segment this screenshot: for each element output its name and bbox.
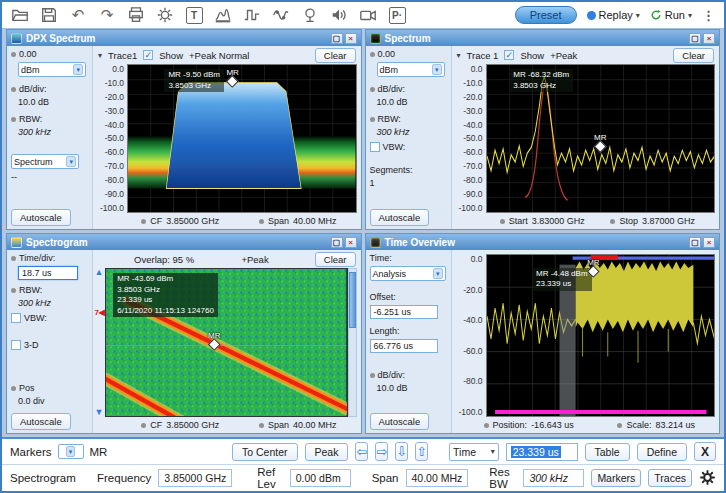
window-close-button[interactable]: × bbox=[345, 237, 357, 248]
marker-mr[interactable]: MR bbox=[594, 133, 606, 151]
waveform-icon[interactable] bbox=[271, 5, 291, 25]
cf-value[interactable]: 3.85000 GHz bbox=[166, 420, 219, 430]
preset-button[interactable]: Preset bbox=[515, 6, 577, 24]
spectrogram-history-scrollbar[interactable] bbox=[348, 268, 357, 417]
ref-level-value[interactable]: 0.00 bbox=[19, 49, 37, 59]
vbw-checkbox[interactable] bbox=[11, 313, 21, 323]
window-close-button[interactable]: × bbox=[345, 33, 357, 44]
chevron-down-icon[interactable]: ▾ bbox=[636, 11, 640, 20]
trigger-icon[interactable]: T bbox=[184, 5, 204, 25]
spectrum-plot[interactable]: MR -68.32 dBm3.8503 GHz MR bbox=[486, 64, 716, 213]
dpx-titlebar[interactable]: DPX Spectrum ▢× bbox=[7, 30, 361, 46]
markers-panel-button[interactable]: Markers bbox=[591, 469, 641, 487]
res-bw-input[interactable]: 300 kHz bbox=[523, 469, 584, 487]
pos-value[interactable]: 0.0 div bbox=[18, 396, 88, 406]
settings-gear-icon[interactable] bbox=[155, 5, 175, 25]
marker-table-button[interactable]: Table bbox=[585, 443, 630, 461]
save-icon[interactable] bbox=[39, 5, 59, 25]
audio-icon[interactable] bbox=[329, 5, 349, 25]
vbw-checkbox[interactable] bbox=[370, 142, 380, 152]
traces-panel-button[interactable]: Traces bbox=[648, 469, 692, 487]
clear-button[interactable]: Clear bbox=[315, 48, 356, 63]
peak-right-button[interactable]: ⇨ bbox=[375, 442, 388, 461]
chevron-down-icon[interactable]: ▾ bbox=[98, 51, 102, 60]
ref-level-value[interactable]: 0.00 bbox=[378, 49, 396, 59]
window-restore-button[interactable]: ▢ bbox=[331, 237, 343, 248]
peak-left-button[interactable]: ⇦ bbox=[355, 442, 368, 461]
frequency-input[interactable]: 3.85000 GHz bbox=[158, 469, 232, 487]
dpx-plot[interactable]: MR -9.50 dBm3.8503 GHz MR bbox=[127, 64, 357, 213]
settings-gear-icon[interactable] bbox=[699, 469, 716, 488]
trace-selector[interactable]: Trace 1 bbox=[467, 50, 499, 61]
time-overview-titlebar[interactable]: Time Overview ▢× bbox=[366, 234, 720, 250]
db-div-value[interactable]: 10.0 dB bbox=[377, 383, 447, 393]
run-control[interactable]: Run ▾ bbox=[650, 9, 692, 21]
replay-control[interactable]: Replay ▾ bbox=[587, 9, 640, 21]
stop-value[interactable]: 3.87000 GHz bbox=[642, 216, 695, 226]
spectrum-titlebar[interactable]: Spectrum ▢× bbox=[366, 30, 720, 46]
spectrogram-trace-scrollbar[interactable]: ▲ 7◀ ▼ bbox=[93, 268, 105, 417]
spectrogram-titlebar[interactable]: Spectrogram ▢× bbox=[7, 234, 361, 250]
rbw-value[interactable]: 300 kHz bbox=[18, 298, 88, 308]
open-folder-icon[interactable] bbox=[10, 5, 30, 25]
undo-icon[interactable]: ↶ bbox=[68, 5, 88, 25]
peak-button[interactable]: Peak bbox=[305, 443, 349, 461]
scroll-down-icon[interactable]: ▼ bbox=[95, 408, 104, 417]
redo-icon[interactable]: ↷ bbox=[97, 5, 117, 25]
marker-mr[interactable]: MR bbox=[587, 258, 599, 276]
window-restore-button[interactable]: ▢ bbox=[689, 237, 701, 248]
show-checkbox[interactable]: ✓ bbox=[143, 50, 153, 60]
polar-display-icon[interactable]: P· bbox=[387, 5, 407, 25]
pulse-icon[interactable] bbox=[242, 5, 262, 25]
offset-input[interactable]: -6.251 us bbox=[370, 305, 438, 319]
clear-button[interactable]: Clear bbox=[673, 48, 714, 63]
span-value[interactable]: 40.00 MHz bbox=[293, 216, 337, 226]
position-value[interactable]: -16.643 us bbox=[531, 420, 574, 430]
db-div-value[interactable]: 10.0 dB bbox=[377, 97, 447, 107]
marker-select-dropdown[interactable]: ▾ bbox=[58, 444, 84, 459]
ref-lev-input[interactable]: 0.00 dBm bbox=[290, 469, 351, 487]
units-dropdown[interactable]: dBm▾ bbox=[377, 62, 445, 77]
printer-icon[interactable] bbox=[126, 5, 146, 25]
marker-mr[interactable]: MR bbox=[226, 68, 238, 86]
clear-button[interactable]: Clear bbox=[315, 252, 356, 267]
peak-higher-button[interactable]: ⇧ bbox=[415, 442, 428, 461]
time-overview-plot[interactable]: MR -4.48 dBm23.339 us MR bbox=[486, 254, 716, 417]
marker-define-button[interactable]: Define bbox=[637, 443, 687, 461]
chevron-down-icon[interactable]: ▾ bbox=[457, 51, 461, 60]
camera-icon[interactable] bbox=[358, 5, 378, 25]
dpx-display-icon[interactable] bbox=[213, 5, 233, 25]
marker-position-input[interactable]: 23.339 us bbox=[506, 443, 578, 461]
segments-value[interactable]: 1 bbox=[370, 178, 375, 188]
overflow-menu-icon[interactable]: ⋮ bbox=[702, 8, 716, 23]
autoscale-button[interactable]: Autoscale bbox=[11, 413, 71, 430]
spectrogram-plot[interactable]: MR -43.69 dBm3.8503 GHz 23.339 us6/11/20… bbox=[105, 268, 348, 417]
span-value[interactable]: 40.00 MHz bbox=[293, 420, 337, 430]
window-restore-button[interactable]: ▢ bbox=[689, 33, 701, 44]
touch-icon[interactable] bbox=[300, 5, 320, 25]
time-div-input[interactable]: 18.7 us bbox=[18, 266, 78, 280]
show-checkbox[interactable]: ✓ bbox=[504, 50, 514, 60]
window-close-button[interactable]: × bbox=[703, 237, 715, 248]
db-div-value[interactable]: 10.0 dB bbox=[18, 97, 88, 107]
span-input[interactable]: 40.00 MHz bbox=[406, 469, 469, 487]
window-close-button[interactable]: × bbox=[703, 33, 715, 44]
window-restore-button[interactable]: ▢ bbox=[331, 33, 343, 44]
scroll-up-icon[interactable]: ▲ bbox=[95, 268, 104, 277]
chevron-down-icon[interactable]: ▾ bbox=[688, 11, 692, 20]
autoscale-button[interactable]: Autoscale bbox=[370, 413, 430, 430]
3d-checkbox[interactable] bbox=[11, 340, 21, 350]
length-input[interactable]: 66.776 us bbox=[370, 339, 438, 353]
time-mode-dropdown[interactable]: Analysis▾ bbox=[370, 266, 446, 281]
trace-selector[interactable]: Trace1 bbox=[108, 50, 137, 61]
marker-readout-type-dropdown[interactable]: Time▾ bbox=[449, 443, 499, 461]
start-value[interactable]: 3.83000 GHz bbox=[532, 216, 585, 226]
to-center-button[interactable]: To Center bbox=[232, 443, 298, 461]
autoscale-button[interactable]: Autoscale bbox=[370, 209, 430, 226]
rbw-value[interactable]: 300 kHz bbox=[18, 127, 88, 137]
marker-mr[interactable]: MR bbox=[208, 331, 220, 349]
markers-close-button[interactable]: X bbox=[694, 442, 716, 461]
scale-value[interactable]: 83.214 us bbox=[655, 420, 695, 430]
scrollbar-thumb[interactable] bbox=[349, 272, 356, 328]
rbw-value[interactable]: 300 kHz bbox=[377, 127, 447, 137]
